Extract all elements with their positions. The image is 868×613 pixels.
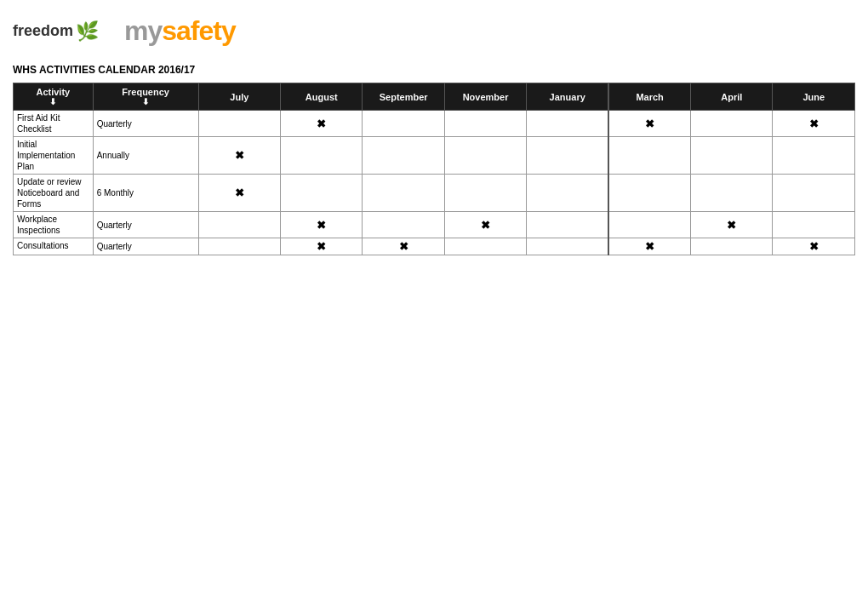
cell-november — [444, 137, 526, 175]
mysafety-safety: safety — [162, 15, 236, 46]
col-header-april: April — [691, 83, 773, 111]
freedom-logo: freedom🌿 — [13, 20, 99, 43]
cell-march: ✖ — [608, 111, 690, 137]
activity-cell: Workplace Inspections — [14, 212, 94, 238]
cell-november — [444, 238, 526, 255]
table-header-row: Activity ⬇ Frequency ⬇ July August Septe… — [14, 83, 855, 111]
cell-september — [363, 111, 444, 137]
cell-july — [198, 212, 280, 238]
freedom-leaf-icon: 🌿 — [76, 20, 99, 43]
cell-march: ✖ — [608, 238, 690, 255]
table-row: Workplace InspectionsQuarterly✖✖✖ — [14, 212, 855, 238]
frequency-cell: Quarterly — [93, 238, 198, 255]
mark-cross: ✖ — [645, 117, 654, 130]
cell-june: ✖ — [773, 111, 855, 137]
cell-january — [527, 111, 608, 137]
cell-january — [527, 238, 608, 255]
cell-january — [527, 137, 608, 175]
page-title: WHS ACTIVITIES CALENDAR 2016/17 — [13, 64, 855, 76]
activity-cell: First Aid Kit Checklist — [14, 111, 94, 137]
cell-april — [691, 111, 773, 137]
frequency-arrow-icon: ⬇ — [96, 97, 196, 106]
frequency-cell: Quarterly — [93, 111, 198, 137]
mark-cross: ✖ — [481, 219, 490, 232]
col-header-january: January — [527, 83, 608, 111]
cell-july: ✖ — [198, 137, 280, 175]
cell-april — [691, 137, 773, 175]
cell-july — [198, 238, 280, 255]
cell-april: ✖ — [691, 212, 773, 238]
mysafety-my: my — [124, 15, 162, 46]
activity-cell: Consultations — [14, 238, 94, 255]
activities-calendar-table: Activity ⬇ Frequency ⬇ July August Septe… — [13, 83, 855, 255]
cell-november — [444, 175, 526, 212]
mark-cross: ✖ — [317, 240, 326, 253]
cell-august — [281, 175, 363, 212]
cell-january — [527, 175, 608, 212]
table-row: ConsultationsQuarterly✖✖✖✖ — [14, 238, 855, 255]
frequency-cell: Annually — [93, 137, 198, 175]
cell-june — [773, 212, 855, 238]
cell-september: ✖ — [363, 238, 444, 255]
cell-august — [281, 137, 363, 175]
col-header-march: March — [608, 83, 690, 111]
col-header-frequency: Frequency ⬇ — [93, 83, 198, 111]
cell-july — [198, 111, 280, 137]
freedom-text: freedom — [13, 22, 73, 40]
cell-march — [608, 137, 690, 175]
cell-march — [608, 175, 690, 212]
table-row: Update or review Noticeboard and Forms6 … — [14, 175, 855, 212]
cell-november — [444, 111, 526, 137]
mark-cross: ✖ — [235, 149, 244, 162]
cell-september — [363, 137, 444, 175]
cell-june — [773, 175, 855, 212]
cell-june — [773, 137, 855, 175]
mark-cross: ✖ — [399, 240, 408, 253]
col-header-september: September — [363, 83, 444, 111]
table-body: First Aid Kit ChecklistQuarterly✖✖✖Initi… — [14, 111, 855, 255]
cell-september — [363, 212, 444, 238]
cell-january — [527, 212, 608, 238]
mark-cross: ✖ — [727, 219, 736, 232]
mark-cross: ✖ — [235, 186, 244, 199]
cell-june: ✖ — [773, 238, 855, 255]
activity-cell: Initial Implementation Plan — [14, 137, 94, 175]
col-header-july: July — [198, 83, 280, 111]
cell-april — [691, 175, 773, 212]
header: freedom🌿 mysafety — [13, 9, 855, 54]
mark-cross: ✖ — [809, 117, 819, 130]
mark-cross: ✖ — [645, 240, 654, 253]
table-row: Initial Implementation PlanAnnually✖ — [14, 137, 855, 175]
frequency-cell: 6 Monthly — [93, 175, 198, 212]
table-row: First Aid Kit ChecklistQuarterly✖✖✖ — [14, 111, 855, 137]
activity-arrow-icon: ⬇ — [16, 97, 90, 106]
mark-cross: ✖ — [317, 117, 326, 130]
cell-september — [363, 175, 444, 212]
mark-cross: ✖ — [809, 240, 819, 253]
mark-cross: ✖ — [317, 219, 326, 232]
cell-november: ✖ — [444, 212, 526, 238]
cell-august: ✖ — [281, 238, 363, 255]
col-header-august: August — [281, 83, 363, 111]
cell-august: ✖ — [281, 212, 363, 238]
cell-april — [691, 238, 773, 255]
frequency-cell: Quarterly — [93, 212, 198, 238]
cell-july: ✖ — [198, 175, 280, 212]
col-header-june: June — [773, 83, 855, 111]
cell-march — [608, 212, 690, 238]
col-header-activity: Activity ⬇ — [14, 83, 94, 111]
activity-cell: Update or review Noticeboard and Forms — [14, 175, 94, 212]
col-header-november: November — [444, 83, 526, 111]
cell-august: ✖ — [281, 111, 363, 137]
mysafety-logo: mysafety — [124, 15, 236, 47]
